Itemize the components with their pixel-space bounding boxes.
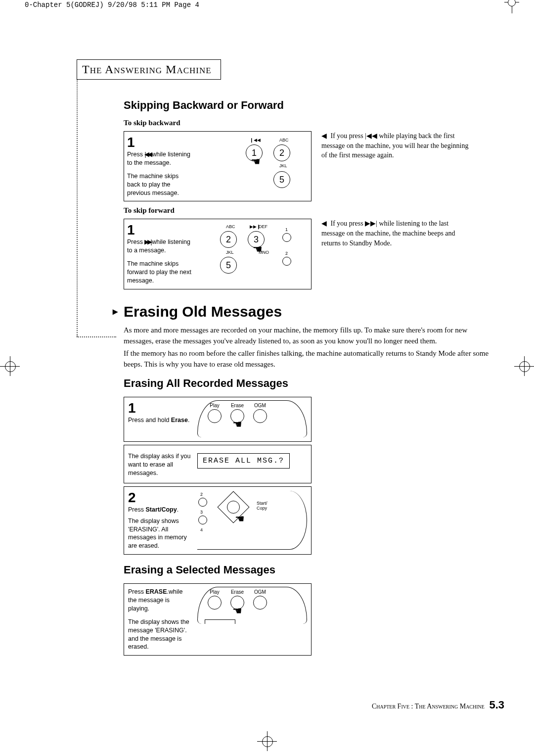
small-lcd-icon xyxy=(205,619,235,624)
key-2: 2 xyxy=(220,231,237,248)
page-footer: Chapter Five : The Answering Machine 5.3 xyxy=(372,699,504,711)
label-abc: ABC xyxy=(226,224,235,229)
hand-pointer-icon: ☚ xyxy=(232,605,242,617)
label-def: DEF xyxy=(259,224,267,229)
section-heading-erase: Erasing Old Messages xyxy=(124,303,490,320)
key-5: 5 xyxy=(220,257,237,274)
step-number: 1 xyxy=(127,223,191,237)
rewind-icon: |◀◀ xyxy=(144,151,150,158)
key-5: 5 xyxy=(273,171,290,188)
note-arrow-icon: ◀ xyxy=(321,220,327,227)
start-copy-inner-icon xyxy=(227,501,240,514)
note-text: If you press |◀◀ while playing back the … xyxy=(321,132,468,159)
label-erase: Erase xyxy=(230,589,244,595)
step-text: 1 Press and hold Erase. xyxy=(128,401,192,437)
label-jkl: JKL xyxy=(279,163,287,168)
step-number: 1 xyxy=(127,136,191,149)
keypad-illustration: ABC ▶▶❙ DEF 2 3 1 JKL MNO 5 2 ☚ xyxy=(195,223,307,284)
footer-text: Chapter Five : The Answering Machine xyxy=(372,703,485,710)
hand-pointer-icon: ☚ xyxy=(232,418,242,430)
step-line-bold: Erase xyxy=(171,417,188,424)
step-line: Press xyxy=(128,506,145,513)
label-4: 4 xyxy=(200,527,203,532)
chapter-title: The Answering Machine xyxy=(82,63,212,76)
step-line: The display shows 'ERASING'. All message… xyxy=(128,518,187,550)
chapter-title-box: The Answering Machine xyxy=(77,59,221,80)
step-line: . xyxy=(177,506,178,513)
step-number: 2 xyxy=(128,491,192,505)
label-2: 2 xyxy=(285,251,288,256)
step-box-erase-1: 1 Press and hold Erase. Play Erase OGM ☚ xyxy=(124,397,312,442)
ogm-button-icon xyxy=(253,409,267,423)
step-box-forward: 1 Press ▶▶| while listening to a message… xyxy=(124,219,312,289)
aux-key-1 xyxy=(282,233,291,242)
label-play: Play xyxy=(208,589,222,595)
crop-mark-top xyxy=(504,2,519,8)
step-text: The display asks if you want to erase al… xyxy=(128,449,192,479)
step-line: Press xyxy=(128,588,145,595)
dotted-rule-vertical xyxy=(77,79,78,336)
subsection-heading-erase-selected: Erasing a Selected Messages xyxy=(124,564,490,576)
play-button-icon xyxy=(208,596,222,610)
step-line-bold: Start/Copy xyxy=(145,506,177,513)
step-text: 2 Press Start/Copy. The display shows 'E… xyxy=(128,491,192,550)
step-text: Press ERASE.while the message is playing… xyxy=(128,588,192,651)
side-note-backward: ◀ If you press |◀◀ while playing back th… xyxy=(312,131,470,201)
hand-pointer-icon: ☚ xyxy=(235,513,245,525)
hand-pointer-icon: ☚ xyxy=(253,243,263,256)
label-skip-backward: To skip backward xyxy=(124,119,490,127)
step-line: . xyxy=(188,417,189,424)
button-panel-illustration: Play Erase OGM ☚ xyxy=(197,588,307,651)
forward-icon: ▶▶| xyxy=(144,238,150,245)
subsection-heading-erase-all: Erasing All Recorded Messages xyxy=(124,377,490,390)
side-note-forward: ◀ If you press ▶▶| while listening to th… xyxy=(312,219,470,289)
keypad-illustration: ❙◀◀ ABC 1 2 JKL 5 ☚ xyxy=(195,136,307,197)
body-paragraph: If the memory has no room before the cal… xyxy=(124,348,490,370)
label-play: Play xyxy=(208,403,222,408)
button-panel-illustration: Play Erase OGM ☚ xyxy=(197,401,307,437)
step-line: Press and hold xyxy=(128,417,171,424)
step-box-erase-ask: The display asks if you want to erase al… xyxy=(124,445,312,483)
step-line: The machine skips back to play the previ… xyxy=(127,173,179,196)
body-paragraph: As more and more messages are recorded o… xyxy=(124,325,490,347)
page: 0-Chapter 5(GODREJ) 9/20/98 5:11 PM Page… xyxy=(0,0,534,756)
step-box-erase-2: 2 Press Start/Copy. The display shows 'E… xyxy=(124,486,312,555)
aux-key-2 xyxy=(282,257,291,266)
hand-pointer-icon: ☚ xyxy=(251,155,261,168)
registration-mark-right xyxy=(514,356,534,376)
label-erase: Erase xyxy=(230,403,244,408)
lcd-display: ERASE ALL MSG.? xyxy=(197,453,290,469)
step-text: 1 Press ▶▶| while listening to a message… xyxy=(127,223,191,284)
start-copy-illustration: 2 3 4 Start/ Copy ☚ xyxy=(197,491,307,550)
step-line: The display shows the message 'ERASING'.… xyxy=(128,618,189,651)
step-line-bold: ERASE xyxy=(145,588,167,595)
step-box-erase-selected: Press ERASE.while the message is playing… xyxy=(124,583,312,656)
note-text: If you press ▶▶| while listening to the … xyxy=(321,220,455,246)
step-line: The machine skips forward to play the ne… xyxy=(127,260,191,284)
label-start-copy: Start/ Copy xyxy=(257,501,267,511)
step-text: 1 Press |◀◀ while listening to the messa… xyxy=(127,136,191,197)
print-header: 0-Chapter 5(GODREJ) 9/20/98 5:11 PM Page… xyxy=(25,1,199,9)
registration-mark-bottom xyxy=(257,731,277,751)
play-button-icon xyxy=(208,409,222,423)
label-1: 1 xyxy=(285,227,288,232)
step-number: 1 xyxy=(128,401,192,415)
step-line: Press xyxy=(127,151,144,158)
rewind-icon: ❙◀◀ xyxy=(250,138,261,142)
step-box-backward: 1 Press |◀◀ while listening to the messa… xyxy=(124,131,312,201)
label-ogm: OGM xyxy=(253,589,267,595)
label-ogm: OGM xyxy=(253,403,267,408)
note-arrow-icon: ◀ xyxy=(321,132,327,140)
label-skip-forward: To skip forward xyxy=(124,206,490,215)
ogm-button-icon xyxy=(253,596,267,610)
key-2: 2 xyxy=(273,144,290,161)
page-number: 5.3 xyxy=(489,699,504,711)
subsection-heading-skip: Skipping Backward or Forward xyxy=(124,99,490,112)
label-2: 2 xyxy=(200,492,203,497)
aux-key xyxy=(198,516,207,524)
label-3: 3 xyxy=(200,510,203,515)
label-jkl: JKL xyxy=(226,250,234,255)
label-abc: ABC xyxy=(279,138,289,142)
dotted-rule-horizontal xyxy=(77,336,116,337)
step-line: Press xyxy=(127,238,144,245)
